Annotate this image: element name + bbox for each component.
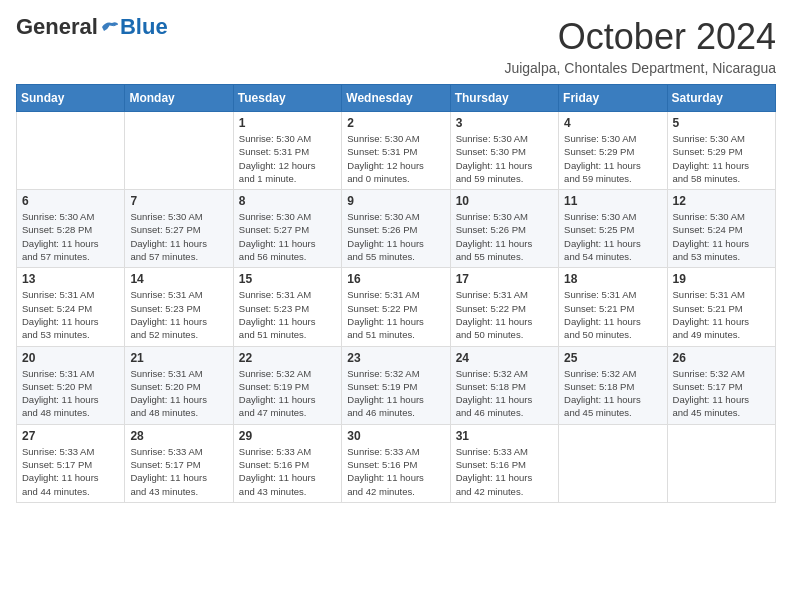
day-number: 18 xyxy=(564,272,661,286)
day-number: 12 xyxy=(673,194,770,208)
day-number: 22 xyxy=(239,351,336,365)
calendar-day-cell: 5Sunrise: 5:30 AM Sunset: 5:29 PM Daylig… xyxy=(667,112,775,190)
day-info: Sunrise: 5:32 AM Sunset: 5:18 PM Dayligh… xyxy=(456,367,553,420)
day-info: Sunrise: 5:30 AM Sunset: 5:27 PM Dayligh… xyxy=(130,210,227,263)
calendar-day-cell: 20Sunrise: 5:31 AM Sunset: 5:20 PM Dayli… xyxy=(17,346,125,424)
calendar-day-cell: 8Sunrise: 5:30 AM Sunset: 5:27 PM Daylig… xyxy=(233,190,341,268)
day-info: Sunrise: 5:32 AM Sunset: 5:19 PM Dayligh… xyxy=(347,367,444,420)
calendar-week-row: 6Sunrise: 5:30 AM Sunset: 5:28 PM Daylig… xyxy=(17,190,776,268)
day-number: 11 xyxy=(564,194,661,208)
calendar-day-cell: 11Sunrise: 5:30 AM Sunset: 5:25 PM Dayli… xyxy=(559,190,667,268)
calendar-day-cell: 12Sunrise: 5:30 AM Sunset: 5:24 PM Dayli… xyxy=(667,190,775,268)
calendar-day-cell: 29Sunrise: 5:33 AM Sunset: 5:16 PM Dayli… xyxy=(233,424,341,502)
day-info: Sunrise: 5:31 AM Sunset: 5:21 PM Dayligh… xyxy=(673,288,770,341)
day-number: 26 xyxy=(673,351,770,365)
page-header: General Blue October 2024 Juigalpa, Chon… xyxy=(16,16,776,76)
calendar-weekday-header: Sunday xyxy=(17,85,125,112)
day-info: Sunrise: 5:31 AM Sunset: 5:24 PM Dayligh… xyxy=(22,288,119,341)
logo-general: General xyxy=(16,16,98,38)
calendar-week-row: 20Sunrise: 5:31 AM Sunset: 5:20 PM Dayli… xyxy=(17,346,776,424)
calendar-day-cell: 23Sunrise: 5:32 AM Sunset: 5:19 PM Dayli… xyxy=(342,346,450,424)
calendar-day-cell: 25Sunrise: 5:32 AM Sunset: 5:18 PM Dayli… xyxy=(559,346,667,424)
day-info: Sunrise: 5:32 AM Sunset: 5:19 PM Dayligh… xyxy=(239,367,336,420)
calendar-day-cell: 16Sunrise: 5:31 AM Sunset: 5:22 PM Dayli… xyxy=(342,268,450,346)
day-number: 16 xyxy=(347,272,444,286)
calendar-weekday-header: Monday xyxy=(125,85,233,112)
logo-bird-icon xyxy=(100,19,120,35)
day-number: 25 xyxy=(564,351,661,365)
day-info: Sunrise: 5:30 AM Sunset: 5:31 PM Dayligh… xyxy=(347,132,444,185)
logo: General Blue xyxy=(16,16,168,38)
calendar-day-cell: 3Sunrise: 5:30 AM Sunset: 5:30 PM Daylig… xyxy=(450,112,558,190)
calendar-day-cell xyxy=(667,424,775,502)
day-info: Sunrise: 5:33 AM Sunset: 5:17 PM Dayligh… xyxy=(130,445,227,498)
day-number: 2 xyxy=(347,116,444,130)
day-number: 17 xyxy=(456,272,553,286)
day-info: Sunrise: 5:31 AM Sunset: 5:20 PM Dayligh… xyxy=(130,367,227,420)
calendar-day-cell: 7Sunrise: 5:30 AM Sunset: 5:27 PM Daylig… xyxy=(125,190,233,268)
month-title: October 2024 xyxy=(504,16,776,58)
day-info: Sunrise: 5:31 AM Sunset: 5:20 PM Dayligh… xyxy=(22,367,119,420)
day-number: 28 xyxy=(130,429,227,443)
day-info: Sunrise: 5:30 AM Sunset: 5:27 PM Dayligh… xyxy=(239,210,336,263)
day-info: Sunrise: 5:31 AM Sunset: 5:23 PM Dayligh… xyxy=(130,288,227,341)
calendar-day-cell: 21Sunrise: 5:31 AM Sunset: 5:20 PM Dayli… xyxy=(125,346,233,424)
day-info: Sunrise: 5:30 AM Sunset: 5:29 PM Dayligh… xyxy=(673,132,770,185)
day-info: Sunrise: 5:31 AM Sunset: 5:22 PM Dayligh… xyxy=(456,288,553,341)
calendar-week-row: 1Sunrise: 5:30 AM Sunset: 5:31 PM Daylig… xyxy=(17,112,776,190)
day-number: 23 xyxy=(347,351,444,365)
calendar-day-cell: 6Sunrise: 5:30 AM Sunset: 5:28 PM Daylig… xyxy=(17,190,125,268)
day-info: Sunrise: 5:30 AM Sunset: 5:24 PM Dayligh… xyxy=(673,210,770,263)
calendar-weekday-header: Friday xyxy=(559,85,667,112)
day-info: Sunrise: 5:32 AM Sunset: 5:18 PM Dayligh… xyxy=(564,367,661,420)
day-number: 8 xyxy=(239,194,336,208)
day-info: Sunrise: 5:30 AM Sunset: 5:26 PM Dayligh… xyxy=(347,210,444,263)
day-info: Sunrise: 5:30 AM Sunset: 5:26 PM Dayligh… xyxy=(456,210,553,263)
day-info: Sunrise: 5:30 AM Sunset: 5:28 PM Dayligh… xyxy=(22,210,119,263)
day-number: 5 xyxy=(673,116,770,130)
calendar-day-cell: 24Sunrise: 5:32 AM Sunset: 5:18 PM Dayli… xyxy=(450,346,558,424)
calendar-day-cell: 18Sunrise: 5:31 AM Sunset: 5:21 PM Dayli… xyxy=(559,268,667,346)
day-number: 31 xyxy=(456,429,553,443)
day-info: Sunrise: 5:33 AM Sunset: 5:16 PM Dayligh… xyxy=(239,445,336,498)
day-number: 1 xyxy=(239,116,336,130)
calendar-day-cell: 31Sunrise: 5:33 AM Sunset: 5:16 PM Dayli… xyxy=(450,424,558,502)
logo-blue: Blue xyxy=(120,16,168,38)
calendar-day-cell: 14Sunrise: 5:31 AM Sunset: 5:23 PM Dayli… xyxy=(125,268,233,346)
calendar-day-cell: 27Sunrise: 5:33 AM Sunset: 5:17 PM Dayli… xyxy=(17,424,125,502)
day-number: 10 xyxy=(456,194,553,208)
calendar-weekday-header: Thursday xyxy=(450,85,558,112)
day-number: 9 xyxy=(347,194,444,208)
calendar-day-cell: 13Sunrise: 5:31 AM Sunset: 5:24 PM Dayli… xyxy=(17,268,125,346)
day-info: Sunrise: 5:30 AM Sunset: 5:29 PM Dayligh… xyxy=(564,132,661,185)
day-info: Sunrise: 5:33 AM Sunset: 5:17 PM Dayligh… xyxy=(22,445,119,498)
day-number: 21 xyxy=(130,351,227,365)
day-number: 14 xyxy=(130,272,227,286)
day-number: 24 xyxy=(456,351,553,365)
day-number: 3 xyxy=(456,116,553,130)
day-info: Sunrise: 5:31 AM Sunset: 5:21 PM Dayligh… xyxy=(564,288,661,341)
calendar-weekday-header: Saturday xyxy=(667,85,775,112)
calendar-day-cell: 10Sunrise: 5:30 AM Sunset: 5:26 PM Dayli… xyxy=(450,190,558,268)
calendar-day-cell: 15Sunrise: 5:31 AM Sunset: 5:23 PM Dayli… xyxy=(233,268,341,346)
day-number: 7 xyxy=(130,194,227,208)
day-info: Sunrise: 5:30 AM Sunset: 5:30 PM Dayligh… xyxy=(456,132,553,185)
day-info: Sunrise: 5:30 AM Sunset: 5:25 PM Dayligh… xyxy=(564,210,661,263)
calendar-day-cell: 1Sunrise: 5:30 AM Sunset: 5:31 PM Daylig… xyxy=(233,112,341,190)
calendar-table: SundayMondayTuesdayWednesdayThursdayFrid… xyxy=(16,84,776,503)
day-info: Sunrise: 5:32 AM Sunset: 5:17 PM Dayligh… xyxy=(673,367,770,420)
calendar-day-cell: 17Sunrise: 5:31 AM Sunset: 5:22 PM Dayli… xyxy=(450,268,558,346)
title-area: October 2024 Juigalpa, Chontales Departm… xyxy=(504,16,776,76)
day-number: 30 xyxy=(347,429,444,443)
location-subtitle: Juigalpa, Chontales Department, Nicaragu… xyxy=(504,60,776,76)
calendar-day-cell: 19Sunrise: 5:31 AM Sunset: 5:21 PM Dayli… xyxy=(667,268,775,346)
calendar-day-cell: 26Sunrise: 5:32 AM Sunset: 5:17 PM Dayli… xyxy=(667,346,775,424)
day-number: 29 xyxy=(239,429,336,443)
calendar-day-cell: 30Sunrise: 5:33 AM Sunset: 5:16 PM Dayli… xyxy=(342,424,450,502)
calendar-day-cell: 28Sunrise: 5:33 AM Sunset: 5:17 PM Dayli… xyxy=(125,424,233,502)
day-number: 19 xyxy=(673,272,770,286)
day-number: 6 xyxy=(22,194,119,208)
day-number: 15 xyxy=(239,272,336,286)
day-info: Sunrise: 5:33 AM Sunset: 5:16 PM Dayligh… xyxy=(456,445,553,498)
day-info: Sunrise: 5:30 AM Sunset: 5:31 PM Dayligh… xyxy=(239,132,336,185)
